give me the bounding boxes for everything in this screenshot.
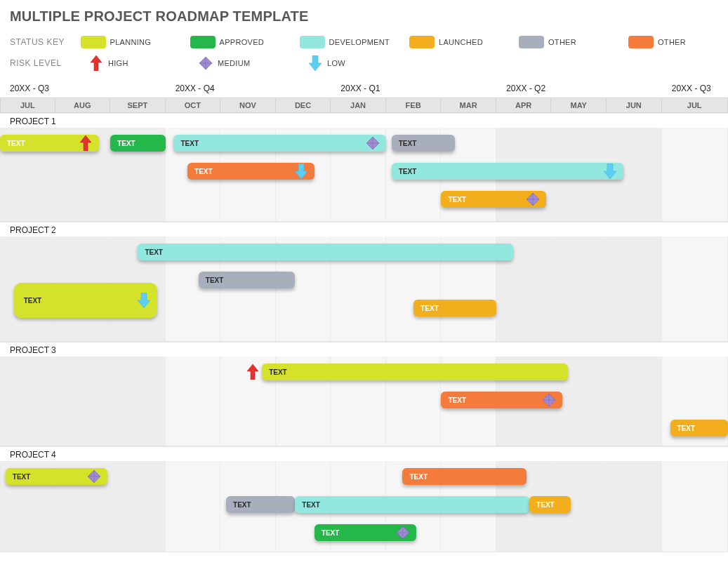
legend-status-item: APPROVED [190, 36, 280, 48]
status-name: PLANNING [110, 38, 152, 46]
diamond-icon [543, 392, 555, 408]
project-body: TEXTTEXTTEXTTEXTTEXTTEXT [0, 461, 728, 552]
quarter-label: 20XX - Q4 [166, 84, 215, 93]
gantt-bar[interactable]: TEXT [295, 496, 529, 513]
month-cell: MAY [551, 98, 607, 112]
month-cell: MAR [441, 98, 496, 112]
gantt-bar[interactable]: TEXT [226, 496, 295, 513]
legend-status-item: OTHER [519, 36, 609, 48]
status-name: APPROVED [220, 38, 265, 46]
diamond-icon [88, 469, 100, 484]
gantt-bar[interactable]: TEXT [392, 163, 623, 180]
quarter-label: 20XX - Q3 [662, 84, 711, 93]
gantt-bar[interactable]: TEXT [199, 272, 295, 288]
status-swatch [300, 36, 325, 48]
legend-status-item: PLANNING [81, 36, 171, 48]
projects-container: PROJECT 1TEXTTEXTTEXTTEXTTEXTTEXTTEXTPRO… [0, 113, 728, 552]
project-body: TEXTTEXTTEXT [0, 356, 728, 446]
month-cell: SEPT [110, 98, 166, 112]
arrow_down-icon [295, 164, 307, 179]
arrow_up-icon [79, 135, 92, 151]
gantt-bar[interactable]: TEXT [413, 300, 496, 316]
arrow_down-icon [307, 55, 323, 71]
diamond-icon [366, 135, 379, 151]
arrow_up-icon [88, 55, 104, 71]
legend-status-item: OTHER [628, 36, 718, 48]
gantt-bar[interactable]: TEXT [392, 135, 455, 152]
legend-status-item: LAUNCHED [409, 36, 499, 48]
arrow_down-icon [138, 293, 150, 308]
project-header: PROJECT 1 [0, 113, 728, 128]
status-swatch [519, 36, 544, 48]
status-swatch [190, 36, 216, 48]
quarter-label: 20XX - Q3 [0, 84, 49, 93]
page-title: MULTIPLE PROJECT ROADMAP TEMPLATE [0, 8, 728, 30]
arrow_down-icon [604, 164, 616, 179]
quarter-label: 20XX - Q1 [331, 84, 380, 93]
month-cell: OCT [166, 98, 221, 112]
legend-risk-item: HIGH [88, 55, 178, 71]
risk-name: LOW [327, 59, 345, 67]
gantt-bar[interactable]: TEXT [110, 135, 166, 152]
diamond-icon [397, 525, 409, 540]
status-name: OTHER [658, 38, 686, 46]
risk-name: HIGH [108, 59, 128, 67]
month-cell: JUL [0, 98, 55, 112]
status-name: DEVELOPMENT [329, 38, 390, 46]
legend-status-item: DEVELOPMENT [300, 36, 390, 48]
project-header: PROJECT 3 [0, 342, 728, 356]
status-name: LAUNCHED [439, 38, 483, 46]
status-swatch [81, 36, 106, 48]
gantt-bar[interactable]: TEXT [14, 283, 157, 318]
diamond-icon [527, 192, 539, 207]
status-name: OTHER [548, 38, 576, 46]
project-body: TEXTTEXTTEXTTEXT [0, 236, 728, 342]
gantt-bar[interactable]: TEXT [138, 244, 512, 260]
status-swatch [409, 36, 435, 48]
month-cell: DEC [276, 98, 331, 112]
timeline-month-row: JULAUGSEPTOCTNOVDECJANFEBMARAPRMAYJUNJUL [0, 98, 728, 113]
legend-risk-item: MEDIUM [198, 55, 288, 71]
month-cell: APR [496, 98, 552, 112]
timeline: 20XX - Q320XX - Q420XX - Q120XX - Q220XX… [0, 84, 728, 552]
gantt-bar[interactable]: TEXT [173, 135, 385, 152]
month-cell: AUG [55, 98, 111, 112]
diamond-icon [198, 57, 213, 69]
gantt-bar[interactable]: TEXT [529, 496, 571, 513]
month-cell: FEB [386, 98, 442, 112]
legend-status-label: STATUS KEY [10, 37, 67, 47]
project-body: TEXTTEXTTEXTTEXTTEXTTEXTTEXT [0, 128, 728, 222]
legend-risk-row: RISK LEVEL HIGH MEDIUM LOW [10, 53, 718, 74]
project-header: PROJECT 4 [0, 446, 728, 461]
gantt-bar[interactable]: TEXT [402, 468, 527, 485]
month-cell: JUL [662, 98, 728, 112]
risk-name: MEDIUM [218, 59, 250, 67]
legend-risk-item: LOW [307, 55, 397, 71]
month-cell: JUN [607, 98, 662, 112]
gantt-bar[interactable]: TEXT [670, 420, 728, 436]
month-cell: NOV [220, 98, 276, 112]
legend-risk-label: RISK LEVEL [10, 58, 74, 68]
legend-status-row: STATUS KEY PLANNING APPROVED DEVELOPMENT… [10, 32, 718, 53]
legend: STATUS KEY PLANNING APPROVED DEVELOPMENT… [0, 30, 728, 76]
quarter-label: 20XX - Q2 [496, 84, 545, 93]
status-swatch [628, 36, 654, 48]
timeline-quarter-row: 20XX - Q320XX - Q420XX - Q120XX - Q220XX… [0, 84, 728, 98]
gantt-bar[interactable]: TEXT [262, 363, 568, 380]
project-header: PROJECT 2 [0, 222, 728, 236]
arrow_up-icon [246, 364, 259, 380]
month-cell: JAN [331, 98, 386, 112]
